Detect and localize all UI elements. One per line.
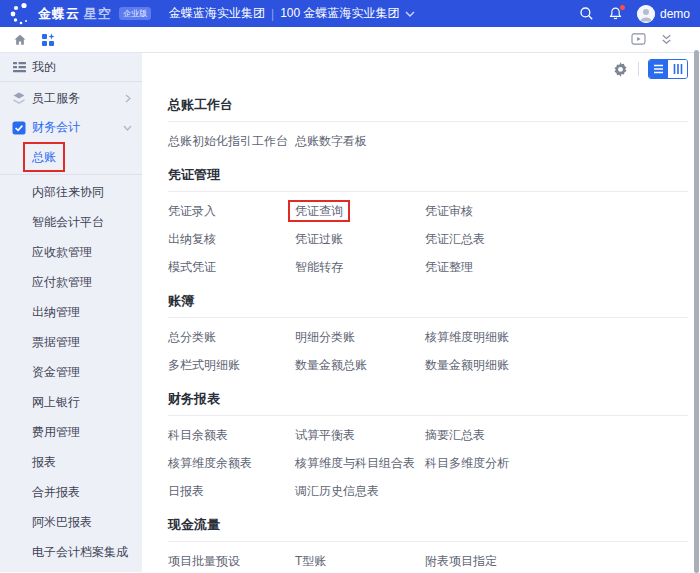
sidebar-item-amoeba-reports[interactable]: 阿米巴报表: [0, 507, 142, 537]
sidebar-item-receivable[interactable]: 应收款管理: [0, 237, 142, 267]
menu-link[interactable]: 科目多维度分析: [425, 449, 509, 477]
menu-link[interactable]: 凭证录入: [168, 197, 216, 225]
menu-link[interactable]: 出纳复核: [168, 225, 216, 253]
toolbar-divider: [638, 62, 639, 76]
menu-link[interactable]: 附表项目指定: [425, 547, 497, 572]
menu-link[interactable]: 明细分类账: [295, 323, 355, 351]
menu-link[interactable]: 凭证审核: [425, 197, 473, 225]
menu-link[interactable]: 数量金额明细账: [425, 351, 509, 379]
menu-sections: 总账工作台总账初始化指引工作台总账数字看板凭证管理凭证录入凭证查询凭证审核出纳复…: [168, 93, 688, 572]
video-guide-icon[interactable]: [630, 32, 646, 48]
user-name: demo: [660, 7, 690, 21]
section-title: 现金流量: [168, 513, 688, 541]
menu-link[interactable]: 凭证过账: [295, 225, 343, 253]
sidebar-item-label: 出纳管理: [32, 304, 80, 321]
menu-link[interactable]: 总分类账: [168, 323, 216, 351]
sidebar-item-online-banking[interactable]: 网上银行: [0, 387, 142, 417]
menu-link[interactable]: 科目余额表: [168, 421, 228, 449]
sidebar-item-label: 电子会计档案集成: [32, 544, 128, 561]
menu-link[interactable]: 凭证整理: [425, 253, 473, 281]
menu-link[interactable]: 凭证汇总表: [425, 225, 485, 253]
menu-link[interactable]: 智能转存: [295, 253, 343, 281]
logo-text-primary: 金蝶云: [38, 5, 80, 23]
kingdee-logo: 金蝶云 星空 企业版: [10, 2, 151, 26]
section-financial-reports: 财务报表科目余额表试算平衡表摘要汇总表核算维度余额表核算维度与科目组合表科目多维…: [168, 387, 688, 513]
section-grid: 总分类账明细分类账核算维度明细账多栏式明细账数量金额总账数量金额明细账: [168, 318, 688, 387]
menu-link[interactable]: 模式凭证: [168, 253, 216, 281]
section-title: 凭证管理: [168, 163, 688, 191]
main-content: 总账工作台总账初始化指引工作台总账数字看板凭证管理凭证录入凭证查询凭证审核出纳复…: [142, 53, 700, 572]
apps-grid-icon[interactable]: [40, 32, 56, 48]
sidebar-item-reports[interactable]: 报表: [0, 447, 142, 477]
sidebar-item-label: 总账: [32, 149, 56, 166]
section-title: 总账工作台: [168, 93, 688, 121]
menu-link[interactable]: 核算维度与科目组合表: [295, 449, 415, 477]
org-separator: |: [271, 7, 274, 21]
sidebar-item-label: 智能会计平台: [32, 214, 104, 231]
section-cash-flow: 现金流量项目批量预设T型账附表项目指定附表项目调整现金流量表现金流量查询: [168, 513, 688, 572]
menu-link[interactable]: 试算平衡表: [295, 421, 355, 449]
menu-link[interactable]: 总账初始化指引工作台: [168, 127, 288, 155]
menu-link[interactable]: 摘要汇总表: [425, 421, 485, 449]
bell-icon[interactable]: [608, 6, 624, 22]
menu-link[interactable]: 核算维度余额表: [168, 449, 252, 477]
sidebar-item-tax[interactable]: 税务管理: [0, 567, 142, 572]
sidebar-item-label: 应付款管理: [32, 274, 92, 291]
sidebar-item-general-ledger[interactable]: 总账: [0, 142, 142, 172]
section-grid: 项目批量预设T型账附表项目指定附表项目调整现金流量表现金流量查询: [168, 542, 688, 572]
tab-bar-left: [12, 32, 56, 48]
org-switcher[interactable]: 金蝶蓝海实业集团 | 100 金蝶蓝海实业集团: [169, 5, 415, 22]
menu-link[interactable]: 调汇历史信息表: [295, 477, 379, 505]
home-icon[interactable]: [12, 32, 28, 48]
sidebar-item-expense[interactable]: 费用管理: [0, 417, 142, 447]
sidebar-item-label: 员工服务: [32, 90, 80, 107]
sidebar-item-label: 网上银行: [32, 394, 80, 411]
menu-link[interactable]: 总账数字看板: [295, 127, 367, 155]
sidebar-item-internal-transaction[interactable]: 内部往来协同: [0, 177, 142, 207]
menu-link[interactable]: 凭证查询: [295, 197, 343, 225]
menu-link[interactable]: T型账: [295, 547, 326, 572]
sidebar-item-my[interactable]: 我的: [0, 55, 142, 79]
menu-link[interactable]: 日报表: [168, 477, 204, 505]
sidebar-item-employee-service[interactable]: 员工服务: [0, 84, 142, 113]
menu-link[interactable]: 项目批量预设: [168, 547, 240, 572]
tab-bar: ⋮: [0, 27, 700, 53]
topbar-actions: demo: [579, 5, 690, 23]
section-grid: 总账初始化指引工作台总账数字看板: [168, 122, 688, 163]
clipped-more-icon: ⋮: [696, 33, 700, 47]
sidebar-item-label: 合并报表: [32, 484, 80, 501]
sidebar-item-notes[interactable]: 票据管理: [0, 327, 142, 357]
section-title: 财务报表: [168, 387, 688, 415]
tab-bar-right: [630, 32, 688, 48]
chevron-down-icon: [123, 124, 132, 132]
chevron-down-icon: [405, 10, 415, 18]
sidebar-item-payable[interactable]: 应付款管理: [0, 267, 142, 297]
sidebar-item-label: 费用管理: [32, 424, 80, 441]
sidebar-divider: [0, 174, 142, 175]
sidebar-item-label: 阿米巴报表: [32, 514, 92, 531]
sidebar-item-treasury[interactable]: 资金管理: [0, 357, 142, 387]
expand-double-chevron-icon[interactable]: [658, 32, 674, 48]
sidebar-item-e-archive[interactable]: 电子会计档案集成: [0, 537, 142, 567]
kingdee-logo-icon: [10, 2, 32, 26]
menu-link[interactable]: 核算维度明细账: [425, 323, 509, 351]
sidebar-item-consolidated-reports[interactable]: 合并报表: [0, 477, 142, 507]
sidebar-item-financial-accounting[interactable]: 财务会计: [0, 113, 142, 142]
sidebar-item-label: 票据管理: [32, 334, 80, 351]
gear-icon[interactable]: [612, 61, 629, 78]
search-icon[interactable]: [579, 6, 595, 22]
sidebar-item-label: 报表: [32, 454, 56, 471]
section-ledgers: 账簿总分类账明细分类账核算维度明细账多栏式明细账数量金额总账数量金额明细账: [168, 289, 688, 387]
user-menu[interactable]: demo: [637, 5, 690, 23]
card-view-button[interactable]: [668, 60, 687, 78]
sidebar-item-intelligent-accounting[interactable]: 智能会计平台: [0, 207, 142, 237]
menu-link[interactable]: 数量金额总账: [295, 351, 367, 379]
content-toolbar: [168, 59, 688, 79]
list-view-button[interactable]: [649, 60, 668, 78]
sidebar-nav: 我的员工服务财务会计总账内部往来协同智能会计平台应收款管理应付款管理出纳管理票据…: [0, 53, 142, 572]
menu-link[interactable]: 多栏式明细账: [168, 351, 240, 379]
section-voucher-management: 凭证管理凭证录入凭证查询凭证审核出纳复核凭证过账凭证汇总表模式凭证智能转存凭证整…: [168, 163, 688, 289]
sidebar-item-cashier[interactable]: 出纳管理: [0, 297, 142, 327]
vertical-scrollbar[interactable]: [694, 50, 699, 573]
edition-badge: 企业版: [119, 7, 151, 20]
